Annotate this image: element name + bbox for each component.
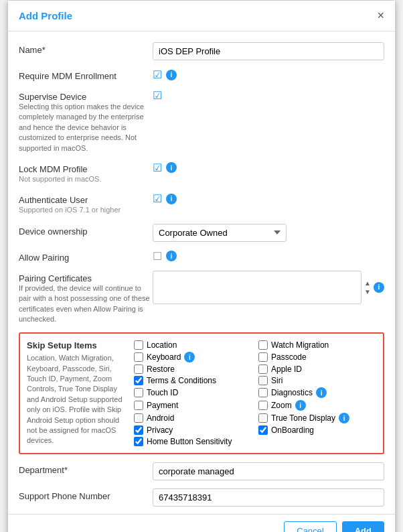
skip-keyboard-checkbox[interactable] <box>134 352 143 362</box>
skip-item-siri: Siri <box>258 376 376 385</box>
pairing-cert-scroll-arrows: ▲ ▼ <box>364 279 371 295</box>
skip-item-zoom: Zoom i <box>258 400 376 411</box>
skip-home-button-checkbox[interactable] <box>134 437 143 446</box>
skip-true-tone-checkbox[interactable] <box>258 413 268 423</box>
skip-true-tone-info-icon[interactable]: i <box>339 413 349 423</box>
skip-onboarding-label: OnBoarding <box>271 425 314 435</box>
name-row: Name* <box>19 42 384 60</box>
modal-body: Name* Require MDM Enrollment ☑ i Supervi… <box>8 31 395 514</box>
skip-item-diagnostics: Diagnostics i <box>258 387 376 398</box>
add-profile-modal: Add Profile × Name* Require MDM Enrollme… <box>7 0 396 532</box>
skip-terms-checkbox[interactable] <box>134 376 143 385</box>
lock-mdm-checkbox[interactable]: ☑ <box>153 161 162 174</box>
authenticate-user-checkbox-row: ☑ i <box>153 192 384 205</box>
authenticate-user-row: Authenticate User Supported on iOS 7.1 o… <box>19 192 384 215</box>
scroll-down-arrow[interactable]: ▼ <box>364 288 371 295</box>
allow-pairing-checkbox-row: ☐ i <box>153 250 384 263</box>
require-mdm-info-icon[interactable]: i <box>166 70 177 80</box>
lock-mdm-row: Lock MDM Profile Not supported in macOS.… <box>19 161 384 184</box>
supervise-device-checkbox[interactable]: ☑ <box>153 90 162 101</box>
skip-item-watch-migration: Watch Migration <box>258 340 376 350</box>
require-mdm-control: ☑ i <box>153 68 384 81</box>
skip-item-apple-id: Apple ID <box>258 364 376 374</box>
skip-setup-label: Skip Setup Items <box>27 340 127 350</box>
skip-watch-migration-label: Watch Migration <box>271 340 329 350</box>
skip-payment-checkbox[interactable] <box>134 401 143 410</box>
skip-privacy-label: Privacy <box>147 425 173 435</box>
skip-diagnostics-checkbox[interactable] <box>258 388 268 397</box>
skip-item-home-button: Home Button Sensitivity <box>134 437 252 446</box>
lock-mdm-control: ☑ i <box>153 161 384 174</box>
skip-restore-checkbox[interactable] <box>134 364 143 374</box>
scroll-up-arrow[interactable]: ▲ <box>364 279 371 287</box>
pairing-cert-area: ▲ ▼ i <box>153 271 384 304</box>
lock-mdm-checkbox-row: ☑ i <box>153 161 384 174</box>
supervise-device-control: ☑ <box>153 89 384 102</box>
pairing-cert-control: ▲ ▼ i <box>153 271 384 304</box>
device-ownership-row: Device ownership Corporate Owned Persona… <box>19 224 384 242</box>
lock-mdm-label-col: Lock MDM Profile Not supported in macOS. <box>19 161 153 184</box>
support-phone-input[interactable] <box>153 488 384 507</box>
name-label: Name* <box>19 42 153 55</box>
supervise-device-desc: Selecting this option makes the device c… <box>19 102 153 153</box>
skip-passcode-label: Passcode <box>271 352 307 362</box>
skip-true-tone-label: True Tone Display <box>271 413 335 423</box>
skip-keyboard-label: Keyboard <box>147 352 181 362</box>
skip-item-keyboard: Keyboard i <box>134 352 252 362</box>
add-button[interactable]: Add <box>342 521 384 532</box>
lock-mdm-label: Lock MDM Profile <box>19 164 153 174</box>
authenticate-user-checkbox[interactable]: ☑ <box>153 192 162 205</box>
pairing-cert-info-icon[interactable]: i <box>374 282 384 293</box>
skip-setup-desc: Location, Watch Migration, Keyboard, Pas… <box>27 353 127 446</box>
authenticate-user-label: Authenticate User <box>19 195 153 205</box>
skip-payment-label: Payment <box>147 401 178 410</box>
skip-android-checkbox[interactable] <box>134 413 143 423</box>
skip-item-touch-id: Touch ID <box>134 387 252 398</box>
supervise-device-label: Supervise Device <box>19 92 153 102</box>
require-mdm-checkbox[interactable]: ☑ <box>153 68 162 81</box>
skip-siri-checkbox[interactable] <box>258 376 268 385</box>
allow-pairing-info-icon[interactable]: i <box>166 251 177 261</box>
skip-diagnostics-label: Diagnostics <box>271 388 313 397</box>
skip-zoom-label: Zoom <box>271 401 292 410</box>
pairing-cert-textarea[interactable] <box>153 271 361 304</box>
skip-apple-id-checkbox[interactable] <box>258 364 268 374</box>
skip-keyboard-info-icon[interactable]: i <box>184 352 195 362</box>
skip-zoom-info-icon[interactable]: i <box>295 400 306 411</box>
modal-header: Add Profile × <box>8 1 395 31</box>
skip-item-terms: Terms & Conditions <box>134 376 252 385</box>
department-input[interactable] <box>153 462 384 480</box>
skip-android-label: Android <box>147 413 174 423</box>
skip-item-location: Location <box>134 340 252 350</box>
modal-title: Add Profile <box>19 10 72 21</box>
device-ownership-select[interactable]: Corporate Owned Personal Unknown <box>153 224 287 242</box>
skip-item-android: Android <box>134 413 252 423</box>
skip-onboarding-checkbox[interactable] <box>258 425 268 435</box>
skip-setup-box: Skip Setup Items Location, Watch Migrati… <box>19 332 384 454</box>
skip-item-onboarding: OnBoarding <box>258 425 376 435</box>
support-phone-row: Support Phone Number <box>19 488 384 507</box>
skip-items-grid: Location Watch Migration Keyboard i Pass… <box>134 340 376 446</box>
skip-watch-migration-checkbox[interactable] <box>258 340 268 350</box>
cancel-button[interactable]: Cancel <box>284 521 336 532</box>
modal-footer: Cancel Add <box>8 514 395 532</box>
skip-privacy-checkbox[interactable] <box>134 425 143 435</box>
skip-passcode-checkbox[interactable] <box>258 352 268 362</box>
name-input[interactable] <box>153 42 384 60</box>
allow-pairing-checkbox[interactable]: ☐ <box>153 250 162 263</box>
department-control <box>153 462 384 480</box>
authenticate-user-info-icon[interactable]: i <box>166 194 177 204</box>
skip-diagnostics-info-icon[interactable]: i <box>316 387 327 398</box>
skip-touch-id-checkbox[interactable] <box>134 388 143 397</box>
device-ownership-control: Corporate Owned Personal Unknown <box>153 224 384 242</box>
department-label: Department* <box>19 462 153 475</box>
lock-mdm-sublabel: Not supported in macOS. <box>19 174 153 184</box>
skip-zoom-checkbox[interactable] <box>258 401 268 410</box>
close-button[interactable]: × <box>377 9 384 23</box>
skip-location-checkbox[interactable] <box>134 340 143 350</box>
lock-mdm-info-icon[interactable]: i <box>166 162 177 173</box>
pairing-cert-row: Pairing Certificates If provided, the de… <box>19 271 384 325</box>
skip-touch-id-label: Touch ID <box>147 388 178 397</box>
allow-pairing-label: Allow Pairing <box>19 250 153 263</box>
supervise-device-row: Supervise Device Selecting this option m… <box>19 89 384 153</box>
